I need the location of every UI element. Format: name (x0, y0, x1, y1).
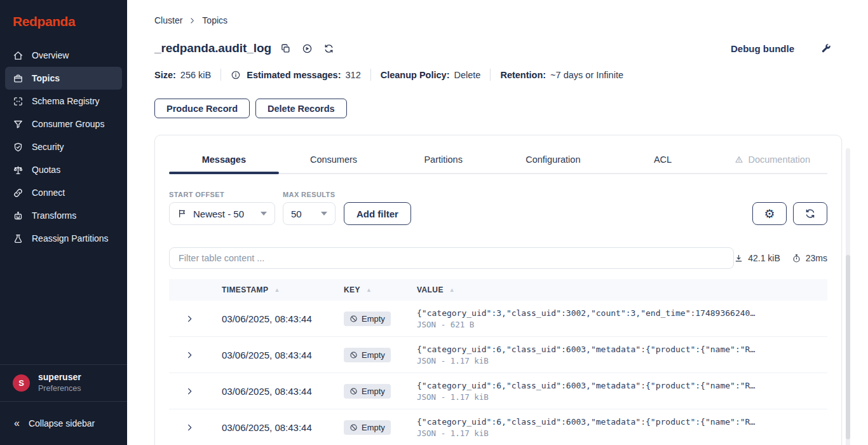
sidebar-item-reassign-partitions[interactable]: Reassign Partitions (5, 227, 122, 250)
wrench-icon[interactable] (820, 43, 832, 54)
expand-row-chevron-icon[interactable] (185, 314, 194, 324)
tab-messages[interactable]: Messages (169, 151, 279, 173)
preferences-link[interactable]: Preferences (38, 383, 81, 394)
table-row: 03/06/2025, 08:43:44 Empty {"category_ui… (169, 337, 827, 373)
user-name: superuser (38, 372, 81, 383)
refresh-messages-button[interactable] (793, 202, 827, 225)
row-value-meta: JSON - 1.17 kiB (417, 428, 827, 438)
column-header-key[interactable]: KEY▲ (337, 285, 410, 294)
max-results-select[interactable]: 50 (283, 202, 336, 225)
expand-row-chevron-icon[interactable] (185, 350, 194, 360)
empty-key-badge: Empty (344, 384, 391, 399)
expand-row-chevron-icon[interactable] (185, 387, 194, 396)
main-content: Cluster Topics _redpanda.audit_log Debug… (127, 0, 868, 445)
sync-icon (804, 208, 816, 219)
row-value[interactable]: {"category_uid":6,"class_uid":6003,"meta… (410, 381, 827, 402)
row-key: Empty (337, 348, 410, 362)
sidebar-item-label: Transforms (32, 210, 76, 221)
stat-3: Retention: ~7 days or Infinite (500, 70, 623, 80)
sidebar-item-label: Schema Registry (32, 96, 100, 106)
ban-icon (349, 351, 358, 359)
empty-key-badge: Empty (344, 312, 391, 326)
scrollbar-thumb[interactable] (846, 255, 850, 439)
topics-box-icon (13, 73, 24, 84)
tab-consumers[interactable]: Consumers (279, 151, 389, 173)
sidebar-item-transforms[interactable]: Transforms (5, 204, 122, 227)
tab-documentation[interactable]: Documentation (717, 151, 827, 173)
sidebar-item-label: Topics (32, 73, 60, 83)
collapse-sidebar-button[interactable]: « Collapse sidebar (0, 402, 127, 445)
delete-records-button[interactable]: Delete Records (255, 99, 347, 118)
title-row: _redpanda.audit_log Debug bundle (154, 41, 842, 55)
user-section[interactable]: S superuser Preferences (0, 365, 127, 401)
sidebar-spacer (0, 250, 127, 364)
sidebar-item-label: Reassign Partitions (32, 233, 109, 243)
table-row: 03/06/2025, 08:43:44 Empty {"category_ui… (169, 301, 827, 337)
sidebar-item-connect[interactable]: Connect (5, 181, 122, 204)
redpanda-logo[interactable]: Redpanda (13, 14, 114, 29)
column-header-timestamp[interactable]: TIMESTAMP▲ (210, 285, 337, 294)
sort-icon[interactable]: ▲ (274, 287, 280, 293)
sidebar-item-label: Consumer Groups (32, 119, 104, 129)
sidebar-item-overview[interactable]: Overview (5, 44, 122, 67)
logo-wrap: Redpanda (0, 0, 127, 44)
chevron-right-icon (188, 17, 196, 25)
robot-icon (13, 210, 24, 221)
filter-table-input[interactable] (169, 247, 734, 269)
page-title: _redpanda.audit_log (154, 41, 271, 55)
table-settings-button[interactable]: ⚙ (752, 202, 787, 225)
row-value-meta: JSON - 1.17 kiB (417, 392, 827, 402)
breadcrumb: Cluster Topics (154, 15, 842, 25)
table-body: 03/06/2025, 08:43:44 Empty {"category_ui… (169, 301, 827, 445)
row-timestamp: 03/06/2025, 08:43:44 (210, 350, 337, 360)
messages-table: TIMESTAMP▲ KEY▲ VALUE▲ 03/06/2025, 08:43… (169, 279, 827, 445)
row-key: Empty (337, 312, 410, 326)
flask-icon (13, 233, 24, 244)
ban-icon (349, 387, 358, 395)
chevron-down-icon (321, 212, 327, 216)
sort-icon[interactable]: ▲ (449, 287, 455, 293)
filter-bar: 42.1 kiB 23ms (169, 247, 827, 269)
empty-key-badge: Empty (344, 348, 391, 362)
sidebar-item-consumer-groups[interactable]: Consumer Groups (5, 113, 122, 135)
start-offset-label: START OFFSET (169, 191, 275, 198)
collapse-sidebar-label: Collapse sidebar (29, 418, 95, 428)
row-value-meta: JSON - 1.17 kiB (417, 356, 827, 366)
stopwatch-icon (792, 254, 801, 263)
topic-card: Messages Consumers Partitions Configurat… (154, 135, 842, 445)
start-offset-select[interactable]: Newest - 50 (169, 202, 275, 225)
tab-partitions[interactable]: Partitions (388, 151, 498, 173)
breadcrumb-topics[interactable]: Topics (202, 15, 227, 25)
row-value-json: {"category_uid":6,"class_uid":6003,"meta… (417, 345, 827, 354)
sidebar: Redpanda Overview Topics Schema Registry… (0, 0, 127, 445)
stat-divider (370, 69, 371, 81)
breadcrumb-cluster[interactable]: Cluster (154, 15, 182, 25)
debug-bundle-link[interactable]: Debug bundle (731, 43, 794, 54)
expand-row-chevron-icon[interactable] (185, 423, 194, 432)
row-value[interactable]: {"category_uid":3,"class_uid":3002,"coun… (410, 308, 827, 329)
warning-icon (735, 155, 743, 164)
sidebar-item-topics[interactable]: Topics (5, 67, 122, 90)
copy-icon[interactable] (280, 43, 291, 54)
row-key: Empty (337, 420, 410, 435)
stat-divider (490, 69, 491, 81)
produce-record-button[interactable]: Produce Record (154, 99, 250, 118)
max-results-value: 50 (291, 209, 302, 219)
play-circle-icon[interactable] (302, 43, 313, 54)
row-value[interactable]: {"category_uid":6,"class_uid":6003,"meta… (410, 345, 827, 366)
add-filter-button[interactable]: Add filter (344, 202, 411, 225)
row-value[interactable]: {"category_uid":6,"class_uid":6003,"meta… (410, 417, 827, 438)
sort-icon[interactable]: ▲ (366, 287, 372, 293)
refresh-icon[interactable] (323, 43, 334, 54)
stat-1: Estimated messages: 312 (231, 70, 361, 80)
tab-configuration[interactable]: Configuration (498, 151, 608, 173)
fetch-stats: 42.1 kiB 23ms (734, 253, 827, 263)
funnel-icon (13, 119, 24, 130)
tab-acl[interactable]: ACL (608, 151, 718, 173)
tabs-bar: Messages Consumers Partitions Configurat… (169, 135, 827, 174)
ban-icon (349, 423, 358, 432)
sidebar-item-quotas[interactable]: Quotas (5, 158, 122, 181)
sidebar-item-security[interactable]: Security (5, 135, 122, 158)
sidebar-item-schema-registry[interactable]: Schema Registry (5, 90, 122, 113)
column-header-value[interactable]: VALUE▲ (410, 285, 827, 294)
